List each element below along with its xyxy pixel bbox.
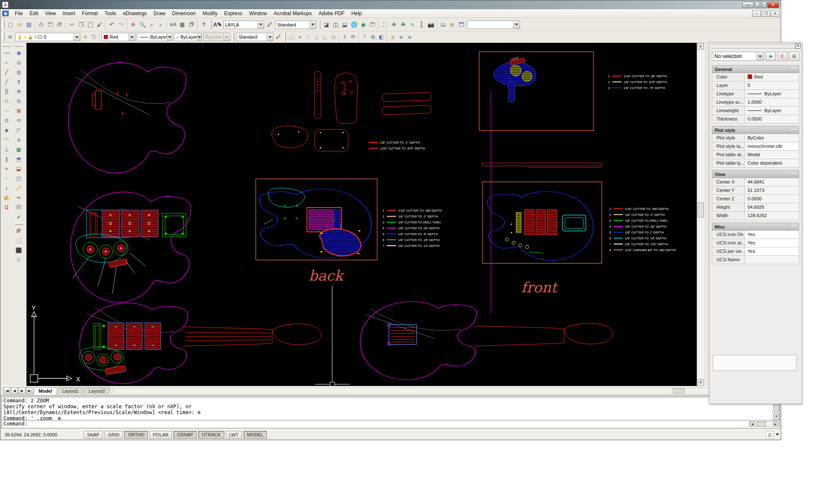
imprint-icon[interactable]: ◳ (14, 173, 24, 183)
wedge-3d-icon[interactable]: ⬛ (14, 245, 24, 255)
markup-icon[interactable]: 🗉 (448, 20, 457, 29)
selection-combo[interactable]: No selection (712, 52, 764, 61)
cut-icon[interactable]: ✂ (67, 20, 76, 29)
child-restore-button[interactable]: ❐ (761, 10, 770, 17)
redo-icon[interactable]: ↷ (116, 20, 126, 29)
model-space-canvas[interactable]: LAYLA LAYLA (26, 43, 697, 386)
orbit-continuous-icon[interactable]: ➴ (408, 20, 417, 29)
grid-toggle[interactable]: GRID (105, 431, 123, 438)
menu-dimension[interactable]: Dimension (169, 10, 199, 17)
pan-realtime-icon[interactable]: ✥ (389, 20, 399, 29)
layer-combo[interactable]: 💡 ☀ 🔓 ⎙ 0 (15, 33, 80, 41)
menu-modify[interactable]: Modify (199, 10, 220, 17)
line-icon[interactable]: ╱ (2, 67, 12, 77)
walk-icon[interactable]: 🚶 (417, 20, 426, 29)
cmd-scroll-thumb[interactable] (774, 405, 779, 412)
toolbar-grip[interactable] (318, 20, 320, 29)
circle-icon[interactable]: ⊙ (2, 116, 12, 125)
point-single-icon[interactable]: ◦ (2, 173, 12, 183)
close-button[interactable]: ✕ (767, 2, 779, 8)
subtract-solid-icon[interactable]: ◎ (14, 58, 24, 67)
save-icon[interactable]: ▤ (24, 20, 34, 29)
zoom-previous-icon[interactable]: ⌕ (156, 20, 165, 29)
move-faces-icon[interactable]: ✥ (14, 87, 24, 96)
open-icon[interactable]: 🗁 (15, 20, 24, 29)
prop-row-plot-style[interactable]: Plot styleByColor (712, 134, 799, 142)
canvas-hscrollbar[interactable] (114, 388, 780, 394)
toolbar-grip[interactable] (3, 20, 5, 29)
menu-tools[interactable]: Tools (101, 10, 120, 17)
tab-next-button[interactable]: ▶ (18, 387, 26, 394)
polar-toggle[interactable]: POLAR (150, 431, 172, 438)
command-input[interactable]: Command: ◀▶ (1, 420, 780, 428)
layer-manager-icon[interactable]: ≋ (6, 33, 14, 41)
view-section-header[interactable]: View⌃⌃ (712, 170, 799, 178)
misc-section-header[interactable]: Misc⌃⌃ (712, 223, 799, 231)
block-editor-icon[interactable]: 🗔 (457, 20, 466, 29)
light-icon[interactable]: 🌐 (349, 20, 359, 29)
material-icon[interactable]: ◉ (359, 20, 368, 29)
hide-icon[interactable]: ◫ (331, 20, 340, 29)
child-close-button[interactable]: ✕ (771, 10, 779, 17)
paste-icon[interactable]: 📋 (86, 20, 95, 29)
region-icon[interactable]: ❧ (2, 164, 12, 173)
union-icon[interactable]: ⧈ (388, 33, 397, 41)
quick-select-icon[interactable]: 🕪 (766, 52, 776, 61)
designcenter-icon[interactable]: ▦ (178, 20, 187, 29)
pan-icon[interactable]: ✥ (129, 20, 138, 29)
osnap-toggle[interactable]: OSNAP (173, 431, 197, 438)
toolbar-grip[interactable] (232, 32, 234, 42)
offset-faces-icon[interactable]: ⧉ (14, 96, 24, 106)
menu-express[interactable]: Express (221, 10, 246, 17)
prop-row-ucs-icon-on[interactable]: UCS icon OnYes (712, 231, 799, 239)
lwt-toggle[interactable]: LWT (226, 431, 242, 438)
zoom-realtime-icon[interactable]: 🔍 (138, 20, 147, 29)
prop-row-center-z[interactable]: Center Z0.0000 (712, 195, 799, 203)
ray-icon[interactable]: ╱ (2, 77, 12, 87)
prop-row-plot-table[interactable]: Plot style ta...monochrome.ctb (712, 142, 799, 151)
spline-icon[interactable]: ♪ (2, 183, 12, 193)
color-edges-icon[interactable]: ⬓ (14, 164, 24, 173)
multiline-icon[interactable]: ⋯ (2, 106, 12, 116)
tab-last-button[interactable]: ▶| (26, 387, 33, 394)
loft-icon[interactable]: ⧉ (369, 33, 377, 41)
make-layer-current-icon[interactable]: ≋ (81, 33, 89, 41)
box-icon[interactable]: ⬜ (287, 33, 296, 41)
qnew-icon[interactable]: ▢ (6, 20, 15, 29)
prop-row-plot-table-type[interactable]: Plot table ty...Color dependent (712, 159, 799, 168)
orbit-icon[interactable]: ☘ (399, 20, 408, 29)
general-section-header[interactable]: General⌃⌃ (712, 65, 799, 73)
section-icon[interactable]: ◧ (377, 33, 386, 41)
toolbar-grip[interactable] (284, 32, 286, 42)
prop-row-lineweight[interactable]: LineweightByLayer (712, 107, 799, 115)
tab-first-button[interactable]: |◀ (3, 387, 10, 394)
snap-toggle[interactable]: SNAP (84, 431, 103, 438)
tab-layout1[interactable]: Layout1 (57, 387, 84, 395)
properties-icon[interactable]: ⚙A (168, 20, 178, 29)
menu-insert[interactable]: Insert (59, 10, 79, 17)
palette-grab-bar[interactable]: ✕ (711, 44, 800, 49)
hscroll-thumb[interactable] (673, 388, 685, 394)
prop-row-plot-table-attached[interactable]: Plot table at...Model (712, 151, 799, 159)
sphere-icon[interactable]: ● (296, 33, 304, 41)
title-bar[interactable]: a AutoCAD — ❐ ✕ (0, 0, 781, 9)
prop-row-ucs-per-viewport[interactable]: UCS per vie...Yes (712, 247, 799, 256)
plot-style-section-header[interactable]: Plot style⌃⌃ (712, 126, 799, 134)
command-history[interactable]: Command: z ZOOM Specify corner of window… (1, 397, 780, 420)
menu-edit[interactable]: Edit (26, 10, 42, 17)
help-icon[interactable]: ? (199, 20, 208, 29)
status-tray-dropdown-icon[interactable] (776, 433, 779, 437)
pyramid-3d-icon[interactable]: ⟐ (14, 255, 24, 265)
dim-style-combo[interactable]: Standard (275, 21, 316, 29)
toolbar-grip[interactable] (3, 32, 5, 42)
prop-row-height[interactable]: Height54.6926 (712, 203, 799, 212)
arc-icon[interactable]: ◠ (2, 135, 12, 144)
dim-style-control[interactable]: Standard (236, 33, 273, 41)
copy-icon[interactable]: ❐ (76, 20, 86, 29)
child-minimize-button[interactable]: — (752, 10, 761, 17)
tool-palettes-icon[interactable]: 🗇 (187, 20, 196, 29)
intersect-solid-icon[interactable]: ◍ (14, 67, 24, 77)
render-icon[interactable]: ◪ (322, 20, 331, 29)
tab-prev-button[interactable]: ◀ (11, 387, 18, 394)
magnet-icon[interactable]: Ω (2, 202, 12, 212)
